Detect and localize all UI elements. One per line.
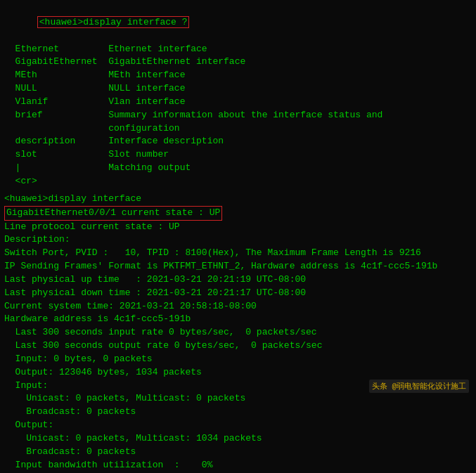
last-up-1: Last physical up time : 2021-03-21 20:21… (4, 273, 472, 287)
help-row-description: description Interface description (4, 135, 472, 148)
help-row-meth: MEth MEth interface (4, 69, 472, 82)
input-bytes-1: Input: 0 bytes, 0 packets (4, 353, 472, 366)
prompt-line-1: <huawei>display interface ? (4, 3, 472, 43)
line-protocol-1: Line protocol current state : UP (4, 221, 472, 234)
help-row-brief-cont: configuration (4, 122, 472, 136)
command-block-1: <huawei>display interface ? Ethernet Eth… (4, 3, 472, 188)
current-time-1: Current system time: 2021-03-21 20:58:18… (4, 300, 472, 313)
help-row-slot: slot Slot number (4, 148, 472, 162)
switch-port-1: Switch Port, PVID : 10, TPID : 8100(Hex)… (4, 247, 472, 260)
command-block-2: <huawei>display interface GigabitEtherne… (4, 193, 472, 473)
output-rate-1: Last 300 seconds output rate 0 bytes/sec… (4, 339, 472, 353)
interface-1-state: GigabitEthernet0/0/1 current state : UP (6, 207, 220, 218)
help-row-null: NULL NULL interface (4, 82, 472, 96)
help-row-pipe: | Matching output (4, 162, 472, 175)
description-label-1: Description: (4, 233, 472, 247)
help-row-gigabit: GigabitEthernet GigabitEthernet interfac… (4, 56, 472, 69)
broadcast-input-1: Broadcast: 0 packets (4, 406, 472, 419)
hw-addr-1: Hardware address is 4c1f-ccc5-191b (4, 313, 472, 326)
terminal-window: <huawei>display interface ? Ethernet Eth… (0, 0, 476, 473)
command-box-1: <huawei>display interface ? (37, 16, 190, 28)
prompt-line-2: <huawei>display interface (4, 193, 472, 206)
input-label-1: Input: (4, 380, 472, 393)
help-row-ethernet: Ethernet Ethernet interface (4, 43, 472, 56)
help-row-brief: brief Summary information about the inte… (4, 109, 472, 122)
output-label-1: Output: (4, 419, 472, 432)
input-rate-1: Last 300 seconds input rate 0 bytes/sec,… (4, 326, 472, 339)
unicast-input-1: Unicast: 0 packets, Multicast: 0 packets (4, 392, 472, 406)
help-row-vlanif: Vlanif Vlan interface (4, 96, 472, 109)
help-row-cr: <cr> (4, 175, 472, 188)
ip-sending-1: IP Sending Frames' Format is PKTFMT_ETHN… (4, 260, 472, 273)
input-bw-1: Input bandwidth utilization : 0% (4, 459, 472, 472)
output-bytes-1: Output: 123046 bytes, 1034 packets (4, 366, 472, 380)
interface-header-1: GigabitEthernet0/0/1 current state : UP (4, 206, 222, 221)
unicast-output-1: Unicast: 0 packets, Multicast: 1034 pack… (4, 432, 472, 446)
broadcast-output-1: Broadcast: 0 packets (4, 446, 472, 459)
last-down-1: Last physical down time : 2021-03-21 20:… (4, 287, 472, 300)
